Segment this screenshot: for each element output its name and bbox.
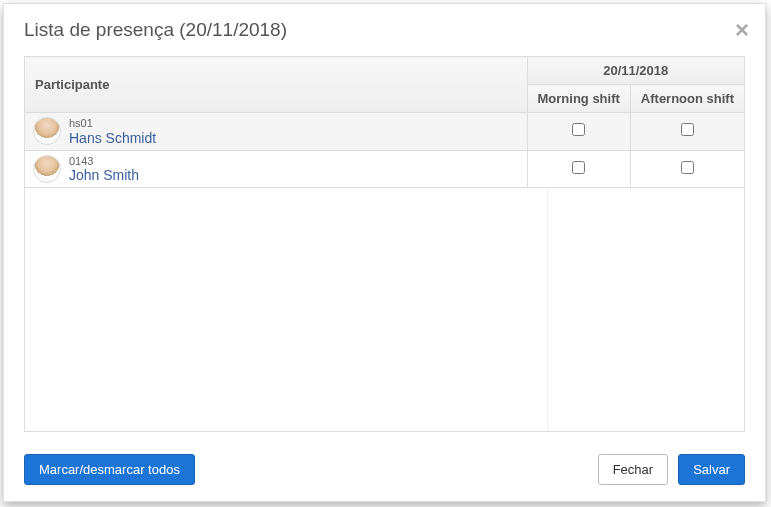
participant-cell: 0143 John Smith — [25, 150, 528, 188]
modal-footer: Marcar/desmarcar todos Fechar Salvar — [4, 444, 765, 501]
table-row: 0143 John Smith — [25, 150, 745, 188]
attendance-modal: Lista de presença (20/11/2018) × Partici… — [3, 3, 766, 502]
avatar — [33, 117, 61, 145]
table-row: hs01 Hans Schmidt — [25, 113, 745, 151]
modal-header: Lista de presença (20/11/2018) × — [4, 4, 765, 56]
close-icon[interactable]: × — [735, 18, 749, 42]
participant-id: 0143 — [69, 155, 139, 168]
attendance-table: Participante 20/11/2018 Morning shift Af… — [24, 56, 745, 188]
attendance-checkbox[interactable] — [572, 161, 585, 174]
attendance-checkbox[interactable] — [681, 123, 694, 136]
toggle-all-button[interactable]: Marcar/desmarcar todos — [24, 454, 195, 485]
attendance-checkbox[interactable] — [681, 161, 694, 174]
avatar — [33, 155, 61, 183]
participant-text: 0143 John Smith — [69, 155, 139, 184]
modal-body: Participante 20/11/2018 Morning shift Af… — [4, 56, 765, 444]
modal-title: Lista de presença (20/11/2018) — [24, 19, 287, 41]
shift-header-morning: Morning shift — [527, 85, 630, 113]
participant-id: hs01 — [69, 117, 156, 130]
table-empty-area — [24, 188, 745, 432]
participant-name[interactable]: Hans Schmidt — [69, 130, 156, 146]
participant-cell: hs01 Hans Schmidt — [25, 113, 528, 151]
date-column-header: 20/11/2018 — [527, 57, 744, 85]
participant-text: hs01 Hans Schmidt — [69, 117, 156, 146]
shift-header-afternoon: Afternoon shift — [630, 85, 744, 113]
save-button[interactable]: Salvar — [678, 454, 745, 485]
close-button[interactable]: Fechar — [598, 454, 668, 485]
participant-name[interactable]: John Smith — [69, 167, 139, 183]
attendance-checkbox[interactable] — [572, 123, 585, 136]
participant-column-header: Participante — [25, 57, 528, 113]
